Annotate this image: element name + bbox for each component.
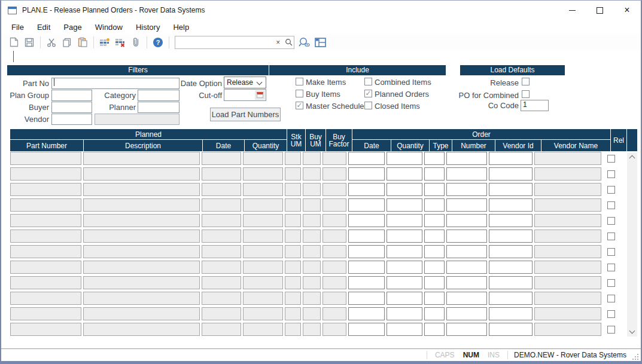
search-icon[interactable]	[284, 38, 294, 46]
cell-order-quantity[interactable]	[387, 323, 422, 336]
cell-order-quantity[interactable]	[387, 261, 422, 274]
co-code-input[interactable]: 1	[521, 100, 549, 111]
cell-order-type[interactable]	[424, 245, 445, 258]
cell-order-type[interactable]	[424, 276, 445, 289]
cell-order-quantity[interactable]	[387, 276, 422, 289]
vendor-input[interactable]	[51, 114, 92, 125]
copy-button[interactable]	[61, 36, 73, 48]
cutoff-calendar-button[interactable]	[255, 90, 265, 100]
planner-input[interactable]	[138, 102, 179, 113]
search-clear-icon[interactable]: ×	[273, 38, 284, 47]
rel-checkbox[interactable]	[607, 326, 615, 334]
cell-order-number[interactable]	[446, 183, 487, 196]
rel-checkbox[interactable]	[607, 201, 615, 209]
maximize-button[interactable]	[586, 1, 613, 20]
cell-order-type[interactable]	[424, 152, 445, 165]
rel-checkbox[interactable]	[607, 170, 615, 178]
cell-order-number[interactable]	[446, 307, 487, 320]
new-document-button[interactable]	[8, 36, 20, 48]
close-button[interactable]: ×	[613, 1, 641, 20]
cell-order-date[interactable]	[348, 198, 385, 212]
part-no-input[interactable]	[51, 78, 179, 89]
cell-order-quantity[interactable]	[387, 152, 422, 165]
menu-page[interactable]: Page	[57, 21, 88, 33]
po-for-combined-checkbox[interactable]	[522, 90, 530, 98]
cell-order-quantity[interactable]	[387, 245, 422, 258]
cut-button[interactable]	[45, 36, 57, 48]
cell-order-number[interactable]	[446, 292, 487, 305]
cell-vendor-id[interactable]	[489, 230, 533, 243]
cell-order-quantity[interactable]	[387, 183, 422, 196]
cell-order-quantity[interactable]	[387, 198, 422, 212]
cell-order-number[interactable]	[446, 276, 487, 289]
cell-vendor-id[interactable]	[489, 214, 533, 227]
rel-checkbox[interactable]	[607, 155, 615, 163]
toolbar-search-box[interactable]: ×	[175, 36, 294, 49]
cell-order-type[interactable]	[424, 261, 445, 274]
help-button[interactable]: ?	[152, 36, 164, 48]
rel-checkbox[interactable]	[607, 310, 615, 318]
insert-rows-button[interactable]	[99, 36, 111, 48]
date-option-select[interactable]: Release	[224, 77, 266, 88]
cell-order-date[interactable]	[348, 323, 385, 336]
cell-order-date[interactable]	[348, 214, 385, 227]
cell-vendor-id[interactable]	[489, 276, 533, 289]
table-scrollbar[interactable]	[627, 152, 637, 337]
cell-order-type[interactable]	[424, 183, 445, 196]
cell-order-type[interactable]	[424, 307, 445, 320]
cell-order-number[interactable]	[446, 230, 487, 243]
buyer-input[interactable]	[51, 102, 92, 113]
minimize-button[interactable]	[558, 1, 586, 20]
cutoff-input[interactable]	[224, 89, 266, 101]
cell-order-quantity[interactable]	[387, 167, 422, 181]
cell-vendor-id[interactable]	[489, 261, 533, 274]
scroll-down-button[interactable]	[627, 327, 637, 337]
cell-order-quantity[interactable]	[387, 307, 422, 320]
cell-order-date[interactable]	[348, 276, 385, 289]
cell-order-date[interactable]	[348, 261, 385, 274]
menu-file[interactable]: File	[5, 21, 31, 33]
cell-order-date[interactable]	[348, 307, 385, 320]
closed-items-checkbox[interactable]	[364, 102, 372, 109]
cell-vendor-id[interactable]	[489, 323, 533, 336]
cell-order-quantity[interactable]	[387, 292, 422, 305]
layout-button[interactable]	[314, 36, 326, 48]
menu-help[interactable]: Help	[166, 21, 196, 33]
rel-checkbox[interactable]	[607, 279, 615, 287]
rel-checkbox[interactable]	[607, 217, 615, 225]
cell-order-number[interactable]	[446, 167, 487, 181]
cell-order-number[interactable]	[446, 152, 487, 165]
cell-order-number[interactable]	[446, 198, 487, 212]
cell-order-number[interactable]	[446, 214, 487, 227]
buy-items-checkbox[interactable]	[296, 90, 303, 97]
advanced-search-button[interactable]	[299, 36, 311, 48]
cell-order-type[interactable]	[424, 214, 445, 227]
cell-vendor-id[interactable]	[489, 198, 533, 212]
cell-vendor-id[interactable]	[489, 245, 533, 258]
cell-order-number[interactable]	[446, 261, 487, 274]
attachment-button[interactable]	[130, 36, 142, 48]
cell-vendor-id[interactable]	[489, 167, 533, 181]
scroll-up-button[interactable]	[627, 152, 637, 162]
cell-order-type[interactable]	[424, 323, 445, 336]
cell-order-type[interactable]	[424, 230, 445, 243]
resize-grip[interactable]	[631, 353, 640, 361]
paste-button[interactable]	[77, 36, 89, 48]
combined-items-checkbox[interactable]	[364, 78, 372, 85]
master-schedule-checkbox[interactable]	[296, 102, 303, 109]
planned-orders-checkbox[interactable]	[364, 90, 372, 97]
rel-checkbox[interactable]	[607, 233, 615, 240]
menu-history[interactable]: History	[129, 21, 166, 33]
cell-order-number[interactable]	[446, 323, 487, 336]
delete-rows-button[interactable]	[114, 36, 126, 48]
rel-checkbox[interactable]	[607, 264, 615, 271]
cell-order-number[interactable]	[446, 245, 487, 258]
cell-vendor-id[interactable]	[489, 152, 533, 165]
search-input[interactable]	[175, 37, 273, 48]
cell-order-date[interactable]	[348, 167, 385, 181]
cell-order-date[interactable]	[348, 152, 385, 165]
menu-edit[interactable]: Edit	[31, 21, 57, 33]
cell-vendor-id[interactable]	[489, 292, 533, 305]
make-items-checkbox[interactable]	[296, 78, 303, 85]
save-button[interactable]	[23, 36, 35, 48]
